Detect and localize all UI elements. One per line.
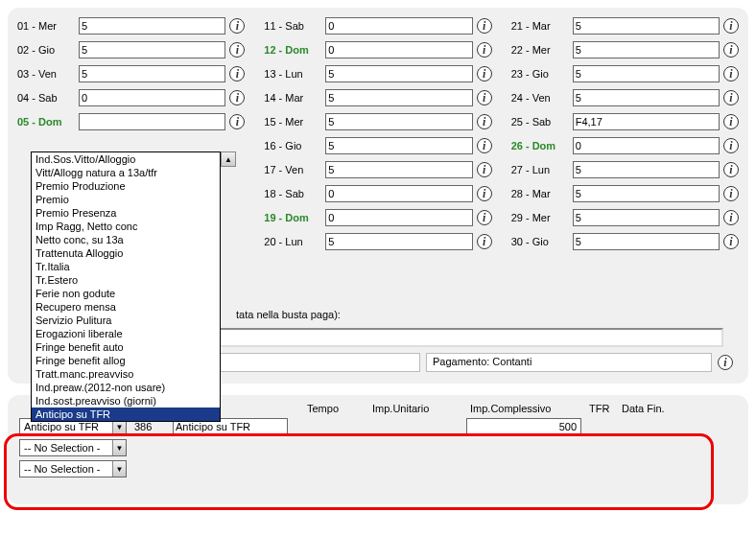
day-label: 28 - Mar — [511, 188, 569, 199]
day-label: 15 - Mer — [264, 116, 321, 128]
day-input[interactable] — [325, 89, 472, 106]
info-icon[interactable]: i — [723, 18, 739, 34]
header-data-fin: Data Fin. — [622, 403, 679, 414]
dropdown-item[interactable]: Premio — [32, 193, 220, 206]
info-icon[interactable]: i — [723, 138, 739, 153]
day-input[interactable] — [325, 161, 472, 178]
info-icon[interactable]: i — [477, 114, 492, 129]
header-tfr: TFR — [589, 403, 618, 414]
day-label: 16 - Gio — [264, 140, 321, 151]
info-icon[interactable]: i — [477, 138, 492, 153]
day-input[interactable] — [325, 233, 472, 250]
dropdown-item[interactable]: Ind.Sos.Vitto/Alloggio — [32, 152, 220, 166]
dropdown-item[interactable]: Premio Presenza — [32, 206, 220, 220]
day-label: 30 - Gio — [511, 236, 569, 247]
info-icon[interactable]: i — [229, 114, 245, 129]
info-icon[interactable]: i — [229, 66, 245, 82]
day-input[interactable] — [325, 137, 472, 154]
info-icon[interactable]: i — [723, 210, 739, 225]
payment-label: Pagamento: Contanti — [426, 353, 712, 372]
day-input[interactable] — [573, 113, 720, 130]
info-icon[interactable]: i — [718, 355, 733, 370]
day-input[interactable] — [325, 17, 472, 35]
dropdown-item[interactable]: Ind.sost.preavviso (giorni) — [32, 394, 220, 408]
day-label: 27 - Lun — [511, 164, 569, 175]
info-icon[interactable]: i — [477, 18, 492, 34]
dropdown-item[interactable]: Tr.Italia — [32, 260, 220, 273]
day-label: 25 - Sab — [511, 116, 569, 128]
day-input[interactable] — [573, 41, 720, 58]
code-dropdown-list[interactable]: Ind.Sos.Vitto/AlloggioVitt/Allogg natura… — [31, 151, 221, 422]
day-label: 22 - Mer — [511, 44, 569, 56]
chevron-down-icon[interactable]: ▼ — [112, 461, 126, 477]
code-combo[interactable]: -- No Selection -▼ — [19, 460, 127, 477]
dropdown-item[interactable]: Erogazioni liberale — [32, 327, 220, 340]
day-label: 29 - Mer — [511, 212, 569, 223]
day-label: 24 - Ven — [511, 92, 569, 104]
dropdown-item[interactable]: Tr.Estero — [32, 273, 220, 287]
day-label: 19 - Dom — [264, 212, 321, 223]
info-icon[interactable]: i — [477, 42, 492, 58]
info-icon[interactable]: i — [477, 210, 492, 225]
day-input[interactable] — [325, 65, 472, 82]
dropdown-item[interactable]: Ferie non godute — [32, 287, 220, 300]
chevron-down-icon[interactable]: ▼ — [112, 440, 126, 455]
dropdown-item[interactable]: Anticipo su TFR — [32, 408, 220, 421]
dropdown-item[interactable]: Servizio Pulitura — [32, 314, 220, 327]
day-label: 03 - Ven — [17, 68, 75, 80]
day-input[interactable] — [79, 89, 225, 106]
day-input[interactable] — [573, 17, 720, 35]
day-label: 17 - Ven — [264, 164, 321, 175]
day-label: 01 - Mer — [17, 20, 75, 32]
info-icon[interactable]: i — [229, 42, 245, 58]
code-combo[interactable]: -- No Selection -▼ — [19, 439, 127, 456]
day-input[interactable] — [325, 185, 472, 202]
info-icon[interactable]: i — [477, 162, 492, 177]
dropdown-item[interactable]: Fringe benefit allog — [32, 354, 220, 367]
dropdown-item[interactable]: Imp Ragg, Netto conc — [32, 220, 220, 233]
info-icon[interactable]: i — [723, 66, 739, 82]
dropdown-item[interactable]: Premio Produzione — [32, 179, 220, 193]
dropdown-item[interactable]: Vitt/Allogg natura a 13a/tfr — [32, 166, 220, 179]
dropdown-item[interactable]: Recupero mensa — [32, 300, 220, 314]
day-label: 11 - Sab — [264, 20, 321, 32]
dropdown-toggle-button[interactable]: ▲ — [221, 151, 236, 167]
day-label: 12 - Dom — [264, 44, 321, 56]
info-icon[interactable]: i — [723, 186, 739, 201]
dropdown-item[interactable]: Tratt.manc.preavviso — [32, 367, 220, 381]
day-label: 18 - Sab — [264, 188, 321, 199]
day-input[interactable] — [325, 209, 472, 226]
info-icon[interactable]: i — [229, 18, 245, 34]
day-input[interactable] — [573, 137, 720, 154]
info-icon[interactable]: i — [723, 90, 739, 105]
dropdown-item[interactable]: Ind.preaw.(2012-non usare) — [32, 381, 220, 394]
day-input[interactable] — [573, 161, 720, 178]
day-input[interactable] — [573, 233, 720, 250]
info-icon[interactable]: i — [229, 90, 245, 105]
info-icon[interactable]: i — [723, 162, 739, 177]
header-tempo: Tempo — [307, 403, 368, 414]
info-icon[interactable]: i — [723, 114, 739, 129]
info-icon[interactable]: i — [723, 234, 739, 249]
info-icon[interactable]: i — [477, 186, 492, 201]
dropdown-item[interactable]: Trattenuta Alloggio — [32, 246, 220, 260]
info-icon[interactable]: i — [477, 90, 492, 105]
day-input[interactable] — [79, 17, 225, 35]
day-input[interactable] — [79, 41, 225, 58]
truncated-label: tata nella busta paga): — [236, 309, 341, 320]
day-input[interactable] — [79, 113, 225, 130]
info-icon[interactable]: i — [477, 66, 492, 82]
dropdown-item[interactable]: Netto conc, su 13a — [32, 233, 220, 246]
imp-complessivo-input[interactable] — [466, 418, 581, 435]
dropdown-item[interactable]: Fringe benefit auto — [32, 340, 220, 354]
day-input[interactable] — [573, 185, 720, 202]
info-icon[interactable]: i — [723, 42, 739, 58]
day-input[interactable] — [573, 65, 720, 82]
day-input[interactable] — [325, 113, 472, 130]
day-input[interactable] — [79, 65, 225, 82]
day-input[interactable] — [573, 209, 720, 226]
day-input[interactable] — [573, 89, 720, 106]
info-icon[interactable]: i — [477, 234, 492, 249]
row-number: 386 — [130, 421, 169, 432]
day-input[interactable] — [325, 41, 472, 58]
